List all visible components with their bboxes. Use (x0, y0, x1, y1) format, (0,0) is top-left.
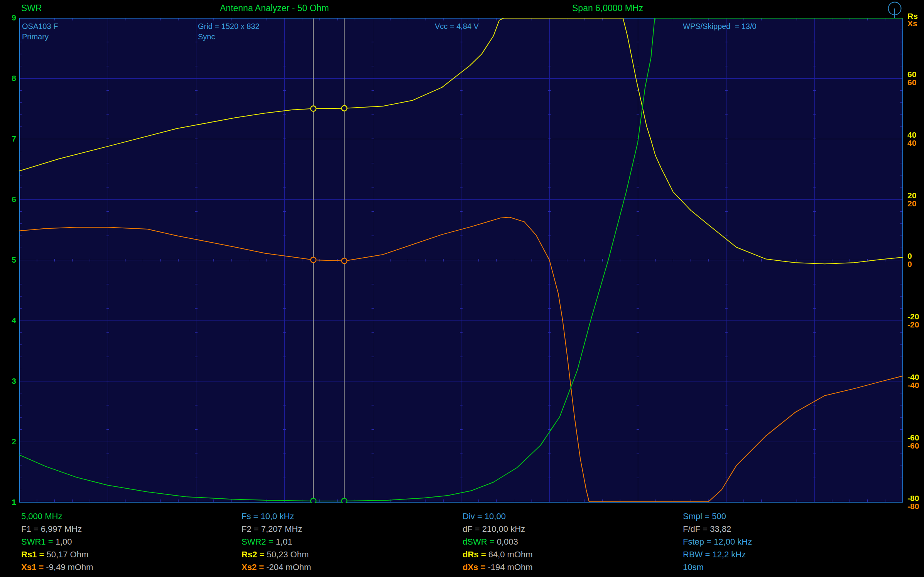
status-text: F/dF = 33,82 (683, 524, 731, 534)
right-axis-tick: -40 (907, 373, 919, 381)
status-text: Fs = 10,0 kHz (242, 511, 294, 521)
status-text: 50,23 Ohm (267, 550, 309, 559)
mode-label: SWR (21, 3, 42, 13)
antenna-analyzer-screen: SWR Antenna Analyzer - 50 Ohm Span 6,000… (0, 0, 924, 577)
status-row: Xs2 = -204 mOhm (242, 561, 311, 574)
status-text: F2 = 7,207 MHz (242, 524, 302, 534)
status-text: F1 = 6,997 MHz (21, 524, 82, 534)
right-axis-tick: 20 (907, 192, 916, 199)
status-row: RBW = 12,2 kHz (683, 548, 752, 561)
vcc-label: Vcc = 4,84 V (435, 22, 479, 31)
sync-label: Sync (198, 32, 215, 41)
status-row: dRs = 64,0 mOhm (463, 548, 533, 561)
right-axis-tick: 60 (907, 71, 916, 78)
status-row: dXs = -194 mOhm (463, 561, 533, 574)
left-axis-tick: 1 (0, 498, 16, 507)
status-text: dSWR = (463, 537, 497, 547)
wps-label: WPS/Skipped = 13/0 (683, 22, 757, 31)
marker-2-xs[interactable] (341, 258, 347, 263)
status-text: Xs2 = (242, 562, 266, 572)
status-row: SWR1 = 1,00 (21, 535, 93, 548)
right-axis-tick: 40 (907, 139, 916, 147)
connection-indicator-icon[interactable] (889, 2, 901, 19)
right-axis-tick: -60 (907, 442, 919, 450)
left-axis-tick: 3 (0, 376, 16, 386)
grid-size-label: Grid = 1520 x 832 (198, 22, 260, 31)
left-axis-tick: 9 (0, 13, 16, 22)
status-column-4: Smpl = 500F/dF = 33,82Fstep = 12,00 kHzR… (683, 510, 752, 574)
status-text: RBW = 12,2 kHz (683, 550, 746, 559)
chart-plot (0, 0, 924, 577)
status-text: SWR2 = (242, 537, 276, 547)
marker-2-rs[interactable] (341, 106, 347, 111)
right-axis-tick: -20 (907, 313, 919, 321)
status-row: dF = 210,00 kHz (463, 523, 533, 535)
status-text: 1,00 (56, 537, 72, 547)
left-axis-tick: 6 (0, 195, 16, 204)
status-row: Fs = 10,0 kHz (242, 510, 311, 523)
right-axis-tick: -60 (907, 434, 919, 442)
status-row: Rs2 = 50,23 Ohm (242, 548, 311, 561)
status-text: SWR1 = (21, 537, 56, 547)
status-row: 5,000 MHz (21, 510, 93, 523)
status-text: dF = 210,00 kHz (463, 524, 525, 534)
left-axis-tick: 4 (0, 316, 16, 325)
status-text: dRs = (463, 550, 488, 559)
status-text: Rs1 = (21, 550, 46, 559)
right-axis-tick: 0 (907, 252, 912, 260)
status-row: SWR2 = 1,01 (242, 535, 311, 548)
span-label: Span 6,0000 MHz (572, 3, 643, 13)
marker-1-swr[interactable] (311, 498, 316, 504)
right-axis-xs-label: Xs (907, 20, 917, 27)
status-text: Fstep = 12,00 kHz (683, 537, 752, 547)
status-column-1: 5,000 MHzF1 = 6,997 MHzSWR1 = 1,00Rs1 = … (21, 510, 93, 574)
left-axis-tick: 5 (0, 255, 16, 265)
right-axis-tick: 40 (907, 131, 916, 139)
left-axis-tick: 2 (0, 437, 16, 446)
status-text: Div = 10,00 (463, 511, 506, 521)
marker-1-xs[interactable] (311, 257, 316, 263)
status-row: Smpl = 500 (683, 510, 752, 523)
status-text: 1,01 (276, 537, 292, 547)
left-axis-tick: 8 (0, 74, 16, 83)
marker-1-rs[interactable] (311, 106, 316, 111)
status-row: Div = 10,00 (463, 510, 533, 523)
right-axis-tick: -40 (907, 381, 919, 389)
status-text: 10sm (683, 562, 704, 572)
status-column-2: Fs = 10,0 kHzF2 = 7,207 MHzSWR2 = 1,01Rs… (242, 510, 311, 574)
left-axis-tick: 7 (0, 134, 16, 143)
device-label: OSA103 F (22, 22, 58, 31)
status-row: Fstep = 12,00 kHz (683, 535, 752, 548)
status-row: F2 = 7,207 MHz (242, 523, 311, 535)
status-text: 64,0 mOhm (488, 550, 533, 559)
status-row: dSWR = 0,003 (463, 535, 533, 548)
right-axis-tick: -80 (907, 503, 919, 510)
status-row: 10sm (683, 561, 752, 574)
status-text: dXs = (463, 562, 488, 572)
status-row: Xs1 = -9,49 mOhm (21, 561, 93, 574)
right-axis-tick: 0 (907, 260, 912, 268)
status-text: -194 mOhm (488, 562, 532, 572)
page-title: Antenna Analyzer - 50 Ohm (220, 3, 329, 13)
status-text: Rs2 = (242, 550, 267, 559)
channel-label: Primary (22, 32, 49, 41)
status-column-3: Div = 10,00dF = 210,00 kHzdSWR = 0,003dR… (463, 510, 533, 574)
status-row: Rs1 = 50,17 Ohm (21, 548, 93, 561)
status-text: Smpl = 500 (683, 511, 726, 521)
status-text: 50,17 Ohm (46, 550, 88, 559)
right-axis-tick: 60 (907, 79, 916, 86)
right-axis-tick: 20 (907, 200, 916, 208)
status-row: F1 = 6,997 MHz (21, 523, 93, 535)
status-text: -204 mOhm (266, 562, 311, 572)
right-axis-tick: -20 (907, 321, 919, 329)
status-text: -9,49 mOhm (46, 562, 93, 572)
status-text: Xs1 = (21, 562, 46, 572)
status-text: 5,000 MHz (21, 511, 62, 521)
status-text: 0,003 (497, 537, 518, 547)
marker-2-swr[interactable] (341, 498, 347, 504)
right-axis-tick: -80 (907, 494, 919, 502)
status-row: F/dF = 33,82 (683, 523, 752, 535)
